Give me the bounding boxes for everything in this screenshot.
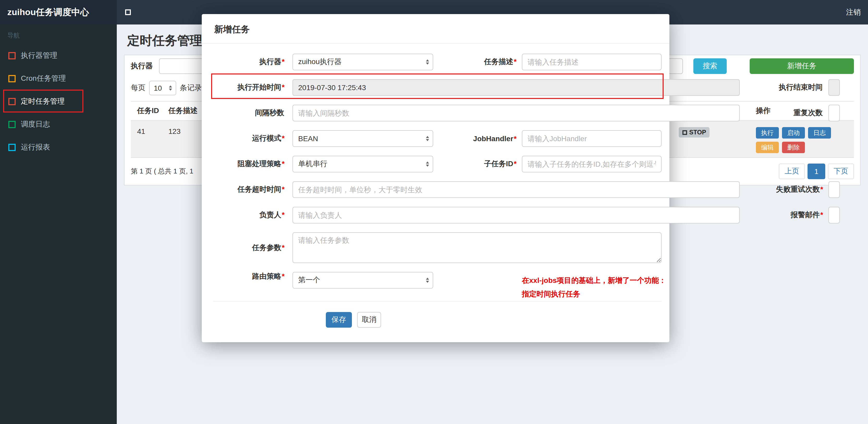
block-strategy-select-value: 单机串行 <box>298 159 328 169</box>
form-row-mode-handler: 运行模式* BEAN JobHandler* <box>214 130 661 147</box>
sidebar-toggle[interactable] <box>125 9 131 15</box>
select-arrows-icon <box>426 59 429 65</box>
route-strategy-select[interactable]: 第一个 <box>292 272 433 289</box>
status-badge-label: STOP <box>689 129 706 136</box>
sidebar-item-label: 运行报表 <box>21 143 50 152</box>
sidebar-item-dispatch-log[interactable]: 调度日志 <box>0 113 117 136</box>
pager: 上页 1 下页 <box>779 164 854 179</box>
retry-label: 失败重试次数* <box>740 185 823 194</box>
timeout-input[interactable] <box>292 181 740 198</box>
start-time-input[interactable] <box>292 79 740 96</box>
filter-label: 执行器 <box>131 62 153 71</box>
end-time-label: 执行结束时间 <box>740 83 823 92</box>
save-button[interactable]: 保存 <box>326 312 352 328</box>
sidebar-item-timed-task[interactable]: 定时任务管理 <box>0 90 117 113</box>
alarm-email-input[interactable] <box>828 207 840 224</box>
select-arrows-icon <box>426 136 429 141</box>
cell-status: STOP <box>673 121 750 142</box>
glue-type-select-value: BEAN <box>298 134 318 143</box>
delete-button[interactable]: 删除 <box>782 142 805 153</box>
select-arrows-icon <box>169 86 172 91</box>
run-button[interactable]: 执行 <box>756 127 779 138</box>
add-task-modal: 新增任务 执行器* zuihou执行器 任务描述* 执行开始时间* 执行结束时间 <box>202 14 670 342</box>
job-desc-input[interactable] <box>522 54 661 70</box>
per-page-select[interactable]: 10 <box>149 81 176 95</box>
child-job-label: 子任务ID* <box>433 159 517 169</box>
annotation-note-line1: 在xxl-jobs项目的基础上，新增了一个功能： <box>522 273 666 287</box>
interval-label: 间隔秒数 <box>214 108 285 118</box>
stop-square-icon <box>682 130 687 135</box>
sidebar-item-run-report[interactable]: 运行报表 <box>0 136 117 159</box>
job-desc-label: 任务描述* <box>433 57 517 67</box>
cell-task-id: 41 <box>131 121 162 140</box>
glue-type-label: 运行模式* <box>214 134 285 143</box>
cancel-button[interactable]: 取消 <box>357 312 381 328</box>
interval-input[interactable] <box>292 105 740 121</box>
pagination-info: 第 1 页 ( 总共 1 页, 1 <box>131 167 193 176</box>
add-task-button[interactable]: 新增任务 <box>750 58 854 74</box>
sidebar-item-cron-task[interactable]: Cron任务管理 <box>0 67 117 90</box>
repeat-count-input[interactable] <box>828 105 840 121</box>
retry-input[interactable] <box>828 181 840 198</box>
sidebar-item-label: 执行器管理 <box>21 51 57 60</box>
per-page-suffix: 条记录 <box>180 83 202 93</box>
annotation-note-line2: 指定时间执行任务 <box>522 287 666 300</box>
repeat-count-label: 重复次数 <box>740 108 823 118</box>
select-arrows-icon <box>426 161 429 167</box>
form-row-job-param: 任务参数* <box>214 232 661 263</box>
start-button[interactable]: 启动 <box>782 127 805 138</box>
logout-link[interactable]: 注销 <box>846 7 861 17</box>
form-row-executor-desc: 执行器* zuihou执行器 任务描述* <box>214 54 661 70</box>
app-root: zuihou任务调度中心 注销 导航 执行器管理 Cron任务管理 定时任务管理… <box>0 0 868 424</box>
executor-select-value: zuihou执行器 <box>298 57 342 67</box>
per-page-value: 10 <box>154 84 162 92</box>
prev-page-button[interactable]: 上页 <box>779 164 805 179</box>
menu-square-icon <box>8 144 16 151</box>
annotation-note: 在xxl-jobs项目的基础上，新增了一个功能： 指定时间执行任务 <box>522 273 666 300</box>
job-param-label: 任务参数* <box>214 243 285 252</box>
modal-body: 执行器* zuihou执行器 任务描述* 执行开始时间* 执行结束时间 间隔秒数 <box>202 44 670 301</box>
end-time-input[interactable] <box>828 79 840 96</box>
sidebar-item-label: 定时任务管理 <box>21 97 65 106</box>
route-strategy-select-value: 第一个 <box>298 275 320 285</box>
glue-type-select[interactable]: BEAN <box>292 130 433 147</box>
edit-button[interactable]: 编辑 <box>756 142 779 153</box>
start-time-label: 执行开始时间* <box>214 83 285 92</box>
sidebar-section-title: 导航 <box>0 25 117 44</box>
next-page-button[interactable]: 下页 <box>828 164 854 179</box>
form-row-owner-email: 负责人* 报警邮件* <box>214 207 661 224</box>
cell-actions: 执行 启动 日志 编辑 删除 <box>750 121 854 157</box>
per-page-label: 每页 <box>131 83 146 93</box>
job-param-textarea[interactable] <box>292 232 661 263</box>
status-badge: STOP <box>679 127 710 137</box>
menu-square-icon <box>8 75 16 82</box>
menu-square-icon <box>8 52 16 59</box>
search-button[interactable]: 搜索 <box>693 58 727 74</box>
block-strategy-label: 阻塞处理策略* <box>214 159 285 169</box>
form-row-route-strategy: 路由策略* 第一个 在xxl-jobs项目的基础上，新增了一个功能： 指定时间执… <box>214 272 661 301</box>
sidebar-item-label: Cron任务管理 <box>21 74 66 83</box>
log-button[interactable]: 日志 <box>808 127 831 138</box>
sidebar: 导航 执行器管理 Cron任务管理 定时任务管理 调度日志 运行报表 <box>0 25 117 424</box>
owner-label: 负责人* <box>214 210 285 220</box>
form-row-time-range: 执行开始时间* 执行结束时间 <box>214 79 661 96</box>
executor-select[interactable]: zuihou执行器 <box>292 54 433 70</box>
form-row-block-child: 阻塞处理策略* 单机串行 子任务ID* <box>214 156 661 172</box>
job-handler-input[interactable] <box>522 130 661 147</box>
timeout-label: 任务超时时间* <box>214 185 285 194</box>
sidebar-item-executor-manage[interactable]: 执行器管理 <box>0 44 117 67</box>
owner-input[interactable] <box>292 207 740 224</box>
modal-footer: 保存 取消 <box>213 301 661 328</box>
brand-title[interactable]: zuihou任务调度中心 <box>0 0 117 25</box>
form-row-interval-repeat: 间隔秒数 重复次数 <box>214 105 661 121</box>
block-strategy-select[interactable]: 单机串行 <box>292 156 433 172</box>
route-strategy-label: 路由策略* <box>214 272 285 281</box>
modal-title: 新增任务 <box>202 14 670 44</box>
job-handler-label: JobHandler* <box>433 134 517 143</box>
executor-label: 执行器* <box>214 57 285 67</box>
sidebar-item-label: 调度日志 <box>21 120 50 129</box>
current-page-button[interactable]: 1 <box>808 164 825 179</box>
menu-square-icon <box>8 121 16 128</box>
menu-square-icon <box>8 98 16 105</box>
child-job-input[interactable] <box>522 156 661 172</box>
